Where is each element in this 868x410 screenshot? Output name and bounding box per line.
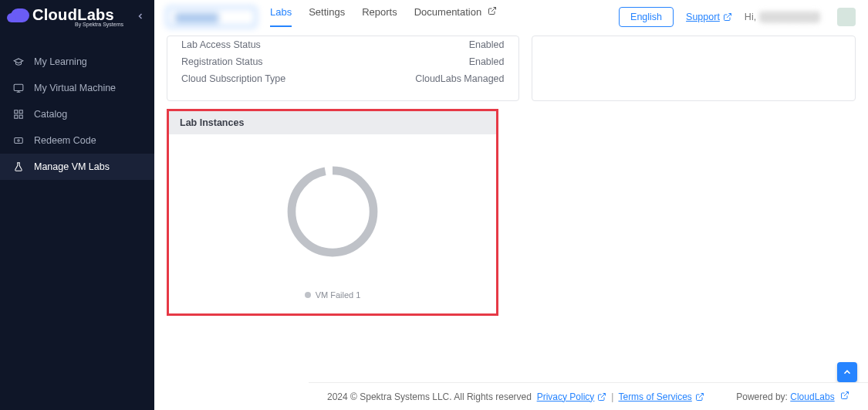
sidebar-nav: My Learning My Virtual Machine Catalog R… <box>0 49 154 180</box>
svg-line-10 <box>727 13 731 18</box>
detail-label: Lab Access Status <box>181 39 261 50</box>
svg-rect-0 <box>14 84 23 90</box>
lab-instances-title: Lab Instances <box>169 111 496 134</box>
svg-point-11 <box>292 171 373 252</box>
svg-line-12 <box>601 393 606 398</box>
external-link-icon <box>597 392 606 402</box>
terms-link[interactable]: Terms of Services <box>618 391 691 402</box>
flask-icon <box>12 161 25 173</box>
detail-row: Registration Status Enabled <box>181 53 505 70</box>
sidebar-item-redeem-code[interactable]: Redeem Code <box>0 127 154 154</box>
cloud-icon <box>11 8 29 22</box>
sidebar-item-label: Catalog <box>34 109 67 120</box>
grid-icon <box>12 108 25 120</box>
lab-details-card: Lab Access Status Enabled Registration S… <box>167 36 519 101</box>
top-bar-right: English Support Hi, ████████ <box>619 7 856 27</box>
sidebar-item-label: My Virtual Machine <box>34 83 116 93</box>
powered-by: Powered by: CloudLabs <box>736 391 849 402</box>
external-link-icon <box>840 391 849 400</box>
brand-logo: CloudLabs By Spektra Systems <box>0 0 154 27</box>
main-area: ▓▓▓▓▓▓▓ Labs Settings Reports Documentat… <box>154 0 868 410</box>
detail-label: Registration Status <box>181 56 263 67</box>
secondary-card <box>532 36 856 101</box>
detail-value: Enabled <box>469 39 505 50</box>
chart-legend: VM Failed 1 <box>305 290 361 300</box>
tab-reports[interactable]: Reports <box>362 6 397 27</box>
svg-rect-6 <box>19 115 22 118</box>
external-link-icon <box>695 392 704 402</box>
sidebar-item-label: My Learning <box>34 56 87 67</box>
user-name: ████████ <box>759 12 820 22</box>
tab-labs[interactable]: Labs <box>270 6 292 27</box>
content: Lab Access Status Enabled Registration S… <box>154 36 868 410</box>
sidebar-item-manage-vm-labs[interactable]: Manage VM Labs <box>0 154 154 180</box>
scroll-to-top-button[interactable] <box>837 362 857 382</box>
ticket-icon <box>12 134 25 147</box>
sidebar-item-my-virtual-machine[interactable]: My Virtual Machine <box>0 75 154 101</box>
sidebar-item-label: Manage VM Labs <box>34 161 110 172</box>
top-nav: Labs Settings Reports Documentation <box>270 6 497 27</box>
svg-rect-3 <box>15 110 18 114</box>
detail-value: Enabled <box>469 56 505 67</box>
detail-label: Cloud Subscription Type <box>181 73 285 84</box>
sidebar: CloudLabs By Spektra Systems My Learning… <box>0 0 154 410</box>
legend-dot-icon <box>305 292 311 298</box>
tenant-selector[interactable]: ▓▓▓▓▓▓▓ <box>167 7 256 27</box>
svg-line-14 <box>844 392 849 397</box>
copyright-text: 2024 © Spektra Systems LLC. All Rights r… <box>327 391 532 402</box>
lab-instances-card: Lab Instances VM Failed 1 <box>167 109 498 316</box>
powered-by-link[interactable]: CloudLabs <box>790 391 834 402</box>
avatar[interactable] <box>837 8 856 26</box>
sidebar-item-catalog[interactable]: Catalog <box>0 101 154 127</box>
svg-rect-4 <box>19 110 22 114</box>
svg-point-8 <box>18 140 19 141</box>
lab-instances-donut-chart <box>279 158 387 266</box>
user-greeting: Hi, ████████ <box>745 12 820 22</box>
svg-line-9 <box>491 8 496 12</box>
privacy-policy-link[interactable]: Privacy Policy <box>537 391 595 402</box>
legend-label: VM Failed 1 <box>316 290 361 300</box>
detail-row: Lab Access Status Enabled <box>181 36 505 53</box>
tab-settings[interactable]: Settings <box>309 6 345 27</box>
external-link-icon <box>488 6 497 15</box>
support-link[interactable]: Support <box>686 12 732 22</box>
sidebar-item-my-learning[interactable]: My Learning <box>0 49 154 75</box>
detail-row: Cloud Subscription Type CloudLabs Manage… <box>181 70 505 87</box>
sidebar-collapse-button[interactable] <box>136 11 145 23</box>
monitor-icon <box>12 82 25 94</box>
tab-documentation[interactable]: Documentation <box>414 6 497 27</box>
top-bar: ▓▓▓▓▓▓▓ Labs Settings Reports Documentat… <box>154 0 868 36</box>
external-link-icon <box>723 12 732 22</box>
svg-line-13 <box>699 393 704 398</box>
graduation-cap-icon <box>12 56 25 68</box>
brand-byline: By Spektra Systems <box>75 22 123 27</box>
lab-instances-body: VM Failed 1 <box>169 134 496 313</box>
sidebar-item-label: Redeem Code <box>34 135 96 146</box>
detail-value: CloudLabs Managed <box>415 73 504 84</box>
language-selector[interactable]: English <box>619 7 674 27</box>
svg-rect-7 <box>15 138 23 144</box>
footer: 2024 © Spektra Systems LLC. All Rights r… <box>309 382 868 410</box>
svg-rect-5 <box>15 115 18 118</box>
